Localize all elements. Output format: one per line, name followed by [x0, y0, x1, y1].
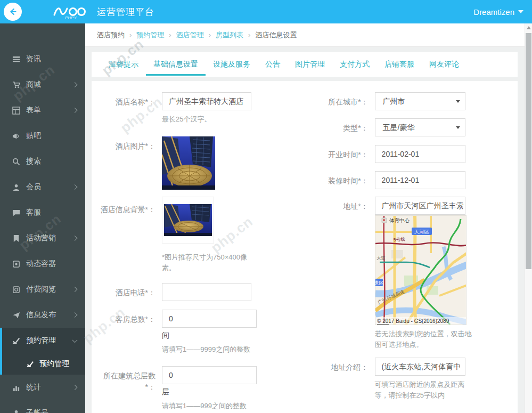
city-select-value: 广州市	[383, 97, 405, 106]
page-title: 运营管理平台	[97, 6, 154, 18]
chevron-right-icon	[72, 82, 78, 87]
chevron-right-icon	[72, 287, 78, 292]
top-header: PHPY 运营管理平台 Dreamtizen	[0, 0, 532, 23]
sidebar-item-mall[interactable]: 商城	[0, 72, 85, 98]
sidebar-subitem-booking-manage[interactable]: 预约管理	[2, 353, 85, 375]
type-select[interactable]: 五星/豪华	[375, 118, 465, 136]
tab-reviews[interactable]: 网友评论	[422, 52, 466, 77]
vertical-scrollbar[interactable]	[525, 23, 532, 413]
svg-text:PHPY: PHPY	[65, 15, 77, 20]
map-metro-line-label: 5号线	[393, 236, 405, 242]
sidebar-item-search[interactable]: 搜索	[0, 149, 85, 174]
sidebar-item-paid-reading[interactable]: 付费阅览	[0, 277, 85, 302]
address-intro-label: 地址介绍：	[310, 358, 369, 401]
room-total-input[interactable]: 0	[162, 310, 257, 328]
hotel-bg-image-label: 酒店信息背景*：	[100, 197, 155, 273]
chevron-down-icon	[72, 337, 78, 343]
sidebar-subitem-label: 预约管理	[39, 359, 69, 369]
room-total-hint: 请填写1——9999之间的整数	[162, 344, 257, 355]
breadcrumb: 酒店预约 › 预约管理 › 酒店管理 › 房型列表 › 酒店信息设置	[85, 23, 532, 47]
sidebar-item-subaccount[interactable]: 子帐号	[0, 400, 85, 413]
marketing-icon	[12, 234, 20, 242]
type-select-value: 五星/豪华	[383, 123, 415, 132]
app-window: PHPY 运营管理平台 Dreamtizen 资讯 商城 表单 贴吧	[0, 0, 532, 413]
container-icon	[12, 260, 20, 268]
map-copyright: © 2017 Baidu - GS(2016)2089	[377, 318, 449, 324]
publish-icon	[12, 311, 20, 319]
map-poi-label: 体育中心	[389, 217, 410, 223]
floor-total-input[interactable]: 0	[162, 366, 257, 384]
sidebar-item-marketing[interactable]: 活动营销	[0, 225, 85, 251]
sidebar-item-stats[interactable]: 统计	[0, 375, 85, 400]
sidebar-item-booking[interactable]: 预约管理	[2, 328, 85, 353]
sidebar-item-label: 预约管理	[26, 336, 56, 345]
booking-icon	[27, 360, 35, 368]
sidebar-item-label: 资讯	[26, 54, 41, 64]
scrollbar-thumb[interactable]	[526, 33, 531, 269]
hotel-image-thumbnail[interactable]	[162, 136, 215, 190]
open-date-input[interactable]: 2011-02-01	[375, 145, 465, 163]
tab-warm-tips[interactable]: 温馨提示	[101, 52, 146, 77]
back-button[interactable]	[4, 3, 22, 21]
subaccount-icon	[12, 409, 20, 413]
paid-reading-icon	[12, 285, 20, 294]
tab-payment[interactable]: 支付方式	[332, 52, 377, 77]
user-menu[interactable]: Dreamtizen	[473, 7, 523, 17]
breadcrumb-item-link[interactable]: 房型列表	[216, 30, 243, 40]
hotel-phone-input[interactable]	[162, 283, 251, 301]
room-total-unit: 间	[162, 331, 257, 341]
sidebar-item-publish[interactable]: 信息发布	[0, 302, 85, 328]
breadcrumb-item-link[interactable]: 酒店管理	[176, 30, 204, 40]
breadcrumb-item: 酒店预约	[97, 30, 125, 40]
user-menu-label: Dreamtizen	[473, 7, 514, 17]
breadcrumb-separator: ›	[169, 31, 171, 39]
chevron-right-icon	[72, 385, 78, 390]
floor-total-label: 所在建筑总层数*：	[100, 366, 155, 411]
hotel-photo	[162, 136, 215, 190]
basic-info-form: 酒店名称*： 广州圣丰索菲特大酒店 最长25个汉字。 酒店图片*：	[92, 81, 518, 413]
sidebar-item-label: 统计	[26, 383, 41, 392]
address-input[interactable]: 广州市天河区广州圣丰索	[375, 197, 465, 215]
tab-basic-info[interactable]: 基础信息设置	[146, 52, 206, 77]
sidebar-item-container[interactable]: 动态容器	[0, 251, 85, 277]
form-icon	[12, 106, 20, 115]
scroll-up-icon	[527, 26, 531, 29]
hotel-bg-image-thumbnail[interactable]	[162, 197, 214, 244]
sidebar-item-label: 付费阅览	[26, 285, 56, 294]
hotel-phone-label: 酒店电话*：	[100, 283, 155, 301]
sidebar-item-service[interactable]: 客服	[0, 200, 85, 225]
address-intro-input[interactable]: (近火车东站,天河体育中	[375, 358, 465, 376]
address-label: 地址*：	[310, 197, 369, 350]
booking-icon	[12, 336, 20, 345]
map-district-badge-partial: 珠区	[375, 279, 384, 286]
news-icon	[12, 55, 20, 63]
chevron-right-icon	[72, 184, 78, 190]
sidebar-nav: 资讯 商城 表单 贴吧 搜索 会员 客服	[0, 23, 85, 413]
svg-text:天河区: 天河区	[414, 229, 429, 234]
member-icon	[12, 183, 20, 191]
map-road-label: 大道	[377, 255, 386, 261]
sidebar-group-booking: 预约管理 预约管理	[0, 328, 85, 375]
sidebar-item-forms[interactable]: 表单	[0, 98, 85, 123]
tab-announcement[interactable]: 公告	[258, 52, 288, 77]
baidu-map[interactable]: 体育中心 天河区 珠区 5号线	[375, 215, 466, 325]
sidebar-item-forum[interactable]: 贴吧	[0, 123, 85, 149]
hotel-name-input[interactable]: 广州圣丰索菲特大酒店	[162, 92, 251, 110]
breadcrumb-separator: ›	[129, 31, 132, 39]
tab-image-manage[interactable]: 图片管理	[288, 52, 332, 77]
breadcrumb-item-link[interactable]: 预约管理	[136, 30, 164, 40]
renovate-date-input[interactable]: 2011-12-01	[375, 171, 465, 189]
city-select[interactable]: 广州市	[375, 92, 465, 110]
sidebar-item-news[interactable]: 资讯	[0, 46, 85, 72]
tab-facilities[interactable]: 设施及服务	[206, 52, 258, 77]
sidebar-item-members[interactable]: 会员	[0, 174, 85, 200]
map-canvas: 体育中心 天河区 珠区 5号线	[375, 216, 466, 325]
map-district-badge: 天河区	[412, 228, 432, 235]
chevron-right-icon	[72, 312, 78, 318]
bullhorn-icon	[12, 132, 20, 140]
brand-logo: PHPY 运营管理平台	[51, 3, 154, 20]
sidebar-item-label: 动态容器	[26, 259, 56, 269]
room-total-label: 客房总数*：	[100, 310, 155, 355]
tab-shop-service[interactable]: 店铺套服	[377, 52, 422, 77]
address-intro-hint: 可填写酒店附近的景点及距离等，请控制在25字以内	[375, 379, 476, 401]
